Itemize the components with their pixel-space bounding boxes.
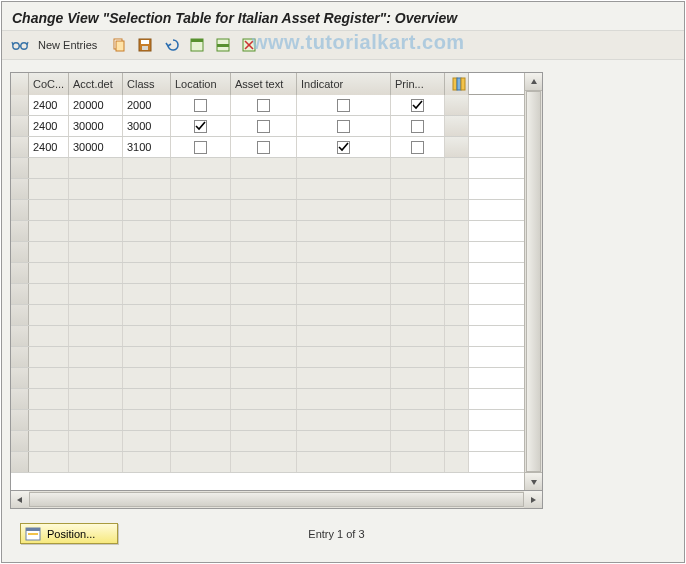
cell-acct[interactable]: 30000 [69,116,123,136]
configure-columns-icon[interactable] [445,73,469,95]
cell-class[interactable]: 3100 [123,137,171,157]
svg-rect-8 [191,39,203,42]
cell-class[interactable]: 2000 [123,95,171,115]
col-header-indicator[interactable]: Indicator [297,73,391,95]
row-selector[interactable] [11,431,29,451]
row-selector[interactable] [11,221,29,241]
row-selector-header[interactable] [11,73,29,95]
svg-rect-18 [26,528,40,531]
cell-coc[interactable]: 2400 [29,116,69,136]
svg-rect-15 [457,78,461,90]
cell-coc[interactable]: 2400 [29,95,69,115]
cell-coc[interactable]: 2400 [29,137,69,157]
table-row-empty [11,263,524,284]
row-selector[interactable] [11,368,29,388]
table-row-empty [11,431,524,452]
row-selector[interactable] [11,158,29,178]
scroll-left-icon[interactable] [11,491,29,508]
table-row-empty [11,389,524,410]
cell-prin[interactable] [391,137,445,157]
row-selector[interactable] [11,95,29,115]
row-selector[interactable] [11,242,29,262]
row-selector[interactable] [11,284,29,304]
cell-asset-text[interactable] [231,137,297,157]
table-row: 2400 20000 2000 [11,95,524,116]
row-selector[interactable] [11,389,29,409]
col-header-class[interactable]: Class [123,73,171,95]
scroll-right-icon[interactable] [524,491,542,508]
table-row-empty [11,410,524,431]
table-row-empty [11,452,524,473]
row-selector[interactable] [11,347,29,367]
cell-acct[interactable]: 20000 [69,95,123,115]
select-all-icon[interactable] [187,35,207,55]
checkbox[interactable] [411,141,424,154]
col-header-asset-text[interactable]: Asset text [231,73,297,95]
horizontal-scrollbar[interactable] [10,491,543,509]
position-button[interactable]: Position... [20,523,118,544]
select-block-icon[interactable] [213,35,233,55]
glasses-icon[interactable] [10,35,30,55]
checkbox[interactable] [337,99,350,112]
hscroll-thumb[interactable] [29,492,524,507]
page-title: Change View "Selection Table for Italian… [2,2,684,30]
checkbox[interactable] [194,120,207,133]
scroll-thumb[interactable] [526,91,541,472]
cell-prin[interactable] [391,95,445,115]
cell-indicator[interactable] [297,116,391,136]
cell-location[interactable] [171,95,231,115]
cell-prin[interactable] [391,116,445,136]
watermark-text: www.tutorialkart.com [252,31,465,54]
col-header-prin[interactable]: Prin... [391,73,445,95]
copy-icon[interactable] [109,35,129,55]
checkbox[interactable] [337,120,350,133]
checkbox[interactable] [411,99,424,112]
checkbox[interactable] [411,120,424,133]
row-selector[interactable] [11,179,29,199]
cell-acct[interactable]: 30000 [69,137,123,157]
checkbox[interactable] [257,120,270,133]
row-selector[interactable] [11,137,29,157]
table-row-empty [11,242,524,263]
col-header-location[interactable]: Location [171,73,231,95]
row-selector[interactable] [11,116,29,136]
checkbox[interactable] [337,141,350,154]
svg-rect-3 [116,41,124,51]
row-selector[interactable] [11,263,29,283]
cell-asset-text[interactable] [231,116,297,136]
col-header-acct[interactable]: Acct.det [69,73,123,95]
cell-asset-text[interactable] [231,95,297,115]
new-entries-button[interactable]: New Entries [36,39,103,51]
cell-pad [445,137,469,157]
scroll-down-icon[interactable] [525,472,542,490]
deselect-all-icon[interactable] [239,35,259,55]
scroll-up-icon[interactable] [525,73,542,91]
svg-rect-19 [28,533,38,535]
cell-location[interactable] [171,137,231,157]
cell-class[interactable]: 3000 [123,116,171,136]
cell-indicator[interactable] [297,95,391,115]
cell-indicator[interactable] [297,137,391,157]
cell-pad [445,116,469,136]
svg-point-1 [21,43,27,49]
checkbox[interactable] [257,141,270,154]
svg-rect-5 [141,40,149,44]
row-selector[interactable] [11,452,29,472]
svg-rect-10 [217,44,229,47]
undo-icon[interactable] [161,35,181,55]
table-row-empty [11,221,524,242]
table-row-empty [11,326,524,347]
row-selector[interactable] [11,200,29,220]
row-selector[interactable] [11,305,29,325]
row-selector[interactable] [11,326,29,346]
checkbox[interactable] [194,99,207,112]
table-row-empty [11,179,524,200]
table-row-empty [11,200,524,221]
checkbox[interactable] [257,99,270,112]
checkbox[interactable] [194,141,207,154]
row-selector[interactable] [11,410,29,430]
col-header-coc[interactable]: CoC... [29,73,69,95]
cell-location[interactable] [171,116,231,136]
save-icon[interactable] [135,35,155,55]
vertical-scrollbar[interactable] [524,73,542,490]
